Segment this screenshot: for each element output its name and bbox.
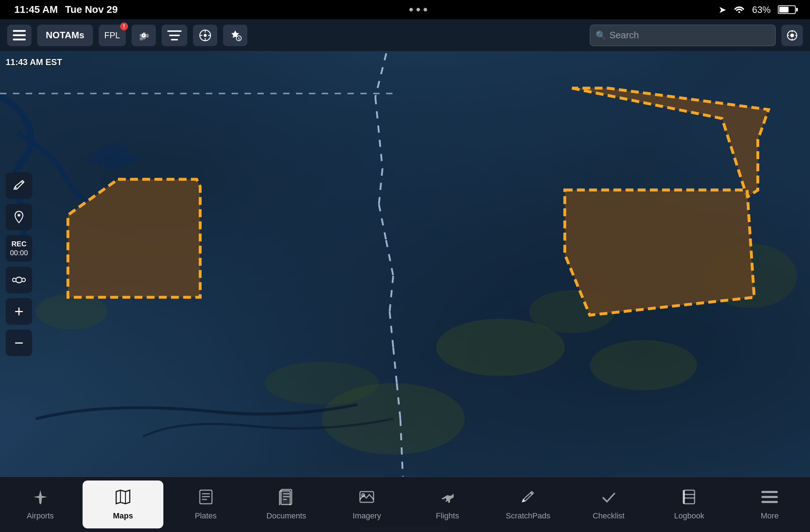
svg-marker-40 — [68, 179, 200, 297]
zoom-in-icon: + — [14, 302, 24, 320]
timer-label: 00:00 — [10, 249, 28, 257]
svg-rect-6 — [171, 39, 178, 40]
plates-label: Plates — [195, 511, 217, 521]
imagery-label: Imagery — [353, 511, 381, 521]
notams-label: NOTAMs — [46, 30, 84, 41]
documents-label: Documents — [266, 511, 306, 521]
svg-line-30 — [375, 97, 382, 169]
zoom-out-icon: − — [14, 334, 24, 352]
airports-label: Airports — [27, 511, 54, 521]
battery-icon — [778, 5, 796, 14]
maps-label: Maps — [113, 511, 133, 521]
svg-rect-70 — [761, 496, 778, 498]
record-button[interactable]: REC 00:00 — [6, 235, 32, 262]
logbook-icon — [681, 489, 697, 508]
svg-rect-4 — [167, 30, 182, 32]
route-button[interactable] — [6, 267, 32, 293]
pin-tool-button[interactable] — [6, 204, 32, 230]
svg-rect-3 — [13, 39, 26, 40]
compass-button[interactable] — [193, 25, 217, 46]
map[interactable]: 11:43 AM EST REC 00:00 — [0, 51, 810, 477]
search-wrapper: 🔍 — [590, 25, 776, 46]
svg-line-36 — [393, 348, 397, 383]
left-tools: REC 00:00 + − — [6, 172, 32, 356]
svg-rect-65 — [684, 490, 695, 504]
svg-line-31 — [379, 169, 382, 205]
tab-more[interactable]: More — [730, 477, 810, 532]
svg-point-15 — [791, 34, 794, 37]
svg-line-34 — [390, 276, 393, 312]
map-svg — [0, 51, 810, 477]
tab-plates[interactable]: Plates — [166, 477, 246, 532]
favorites-timer-button[interactable] — [223, 25, 247, 46]
svg-point-48 — [18, 214, 20, 216]
svg-point-0 — [738, 11, 740, 13]
checklist-label: Checklist — [593, 511, 624, 521]
location-arrow-icon: ➤ — [718, 4, 726, 15]
svg-point-24 — [590, 340, 697, 390]
svg-rect-2 — [13, 34, 26, 36]
svg-line-32 — [379, 205, 386, 240]
fpl-label: FPL — [104, 30, 120, 40]
fpl-button[interactable]: FPL ! — [99, 25, 126, 46]
tab-imagery[interactable]: Imagery — [327, 477, 407, 532]
toolbar: NOTAMs FPL ! — [0, 19, 810, 51]
svg-rect-69 — [761, 491, 778, 493]
scratchpads-icon — [520, 489, 536, 508]
maps-icon — [115, 489, 131, 508]
svg-line-29 — [375, 51, 393, 97]
dot-3 — [424, 8, 427, 11]
tab-airports[interactable]: Airports — [0, 477, 80, 532]
svg-marker-43 — [565, 190, 754, 315]
svg-line-33 — [386, 240, 393, 276]
fpl-badge: ! — [120, 23, 128, 30]
battery-percentage: 63% — [752, 4, 771, 15]
tab-bar: Airports Maps Plates — [0, 477, 810, 532]
svg-line-35 — [390, 312, 393, 348]
logbook-label: Logbook — [674, 511, 704, 521]
svg-point-8 — [204, 34, 206, 36]
plates-icon — [198, 489, 214, 508]
checklist-icon — [601, 489, 617, 508]
svg-rect-61 — [280, 491, 290, 505]
time-display: 11:45 AM — [14, 4, 58, 15]
svg-rect-1 — [13, 30, 26, 32]
pen-tool-button[interactable] — [6, 172, 32, 199]
tab-checklist[interactable]: Checklist — [568, 477, 649, 532]
documents-icon — [278, 489, 295, 508]
imagery-icon — [359, 489, 375, 508]
svg-rect-5 — [169, 35, 180, 36]
svg-point-28 — [36, 294, 107, 330]
svg-point-50 — [22, 278, 25, 282]
tab-scratchpads[interactable]: ScratchPads — [488, 477, 568, 532]
search-input[interactable] — [590, 25, 776, 46]
svg-line-46 — [21, 181, 23, 183]
zoom-in-button[interactable]: + — [6, 298, 32, 325]
svg-point-49 — [13, 278, 16, 282]
tab-documents[interactable]: Documents — [246, 477, 326, 532]
wifi-icon — [734, 4, 745, 15]
svg-rect-71 — [761, 501, 778, 503]
tab-maps[interactable]: Maps — [83, 481, 163, 528]
settings-button[interactable] — [132, 25, 156, 46]
more-label: More — [761, 511, 779, 521]
layers-button[interactable] — [7, 25, 31, 46]
airports-icon — [32, 489, 49, 508]
status-bar: 11:45 AM Tue Nov 29 ➤ 63% — [0, 0, 810, 19]
notams-button[interactable]: NOTAMs — [37, 25, 93, 46]
tab-flights[interactable]: Flights — [407, 477, 488, 532]
flights-icon — [439, 489, 456, 508]
scratchpads-label: ScratchPads — [506, 511, 550, 521]
zoom-out-button[interactable]: − — [6, 330, 32, 356]
location-button[interactable] — [781, 25, 803, 46]
svg-marker-41 — [572, 88, 769, 197]
date-display: Tue Nov 29 — [65, 4, 118, 15]
dot-1 — [409, 8, 413, 11]
svg-point-27 — [265, 362, 379, 405]
rec-label: REC — [11, 240, 26, 248]
search-icon: 🔍 — [596, 30, 606, 40]
flights-label: Flights — [436, 511, 459, 521]
tab-logbook[interactable]: Logbook — [649, 477, 729, 532]
filters-button[interactable] — [162, 25, 187, 46]
more-icon — [761, 489, 778, 508]
